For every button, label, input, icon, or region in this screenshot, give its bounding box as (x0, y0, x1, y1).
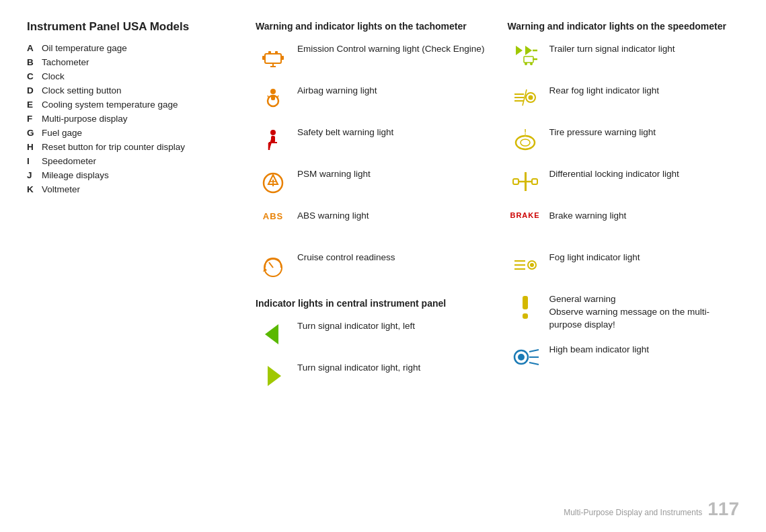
svg-marker-23 (268, 366, 281, 386)
indicator-emission: Emission Control warning light (Check En… (256, 43, 488, 73)
indicator-general-warning: General warningObserve warning message o… (508, 293, 740, 332)
indicator-fog: Fog light indicator light (508, 252, 740, 281)
item-label: Mileage displays (42, 170, 109, 180)
item-letter: A (27, 43, 42, 53)
svg-rect-50 (523, 296, 528, 309)
seatbelt-icon (256, 128, 291, 155)
high-beam-label: High beam indicator light (549, 344, 740, 356)
cruise-label: Cruise control readiness (297, 252, 488, 264)
main-layout: Instrument Panel USA Models A Oil temper… (27, 20, 739, 404)
brake-label: Brake warning light (549, 210, 740, 223)
right-column: Warning and indicator lights on the spee… (508, 20, 740, 385)
list-item: A Oil temperature gage (27, 43, 235, 53)
item-label: Clock setting button (42, 85, 122, 96)
psm-label: PSM warning light (297, 168, 488, 181)
item-letter: G (27, 128, 42, 138)
turn-right-label: Turn signal indicator light, right (297, 362, 488, 375)
indicator-rear-fog: Rear fog light indicator light (508, 85, 740, 114)
list-item: F Multi-purpose display (27, 114, 235, 124)
item-label: Voltmeter (42, 184, 80, 194)
svg-line-21 (269, 262, 273, 268)
svg-text:!: ! (272, 178, 275, 188)
svg-rect-51 (523, 313, 528, 319)
high-beam-icon (508, 345, 543, 369)
indicator-high-beam: High beam indicator light (508, 344, 740, 373)
fog-label: Fog light indicator light (549, 252, 740, 264)
diff-lock-icon (508, 169, 543, 194)
airbag-label: Airbag warning light (297, 85, 488, 98)
item-letter: C (27, 71, 42, 81)
turn-left-icon (256, 321, 291, 347)
item-letter: F (27, 114, 42, 124)
abs-icon: ABS (256, 211, 291, 221)
item-label: Multi-purpose display (42, 114, 128, 124)
list-item: B Tachometer (27, 57, 235, 67)
svg-point-53 (518, 354, 525, 360)
svg-point-30 (530, 63, 533, 65)
svg-marker-25 (525, 46, 532, 55)
svg-rect-0 (265, 54, 281, 63)
list-item: I Speedometer (27, 156, 235, 166)
item-letter: B (27, 57, 42, 67)
page-footer: Multi-Purpose Display and Instruments 11… (564, 498, 739, 520)
item-label: Clock (42, 71, 65, 81)
item-letter: I (27, 156, 42, 166)
list-item: D Clock setting button (27, 85, 235, 96)
indicator-turn-left: Turn signal indicator light, left (256, 320, 488, 350)
footer-label: Multi-Purpose Display and Instruments (564, 508, 702, 517)
diff-lock-label: Differential locking indicator light (549, 168, 740, 181)
svg-rect-41 (513, 179, 519, 184)
svg-line-54 (529, 350, 539, 352)
list-item: H Reset button for trip counter display (27, 142, 235, 152)
fog-light-icon (508, 253, 543, 277)
emission-label: Emission Control warning light (Check En… (297, 43, 488, 56)
indicator-psm: ! PSM warning light (256, 168, 488, 198)
indicator-trailer: Trailer turn signal indicator light (508, 43, 740, 73)
left-title: Instrument Panel USA Models (27, 20, 235, 34)
item-label: Fuel gage (42, 128, 82, 138)
abs-text: ABS (263, 211, 283, 221)
list-item: K Voltmeter (27, 184, 235, 194)
trailer-signal-label: Trailer turn signal indicator light (549, 43, 740, 56)
middle-title: Warning and indicator lights on the tach… (256, 20, 488, 32)
indicator-cruise: Cruise control readiness (256, 252, 488, 281)
seatbelt-label: Safety belt warning light (297, 126, 488, 139)
item-letter: E (27, 100, 42, 110)
svg-rect-28 (524, 56, 533, 63)
trailer-signal-icon (508, 44, 543, 67)
emission-icon (256, 44, 291, 71)
indicator-abs: ABS ABS warning light (256, 210, 488, 239)
brake-icon: BRAKE (508, 211, 543, 219)
item-label: Cooling system temperature gage (42, 100, 178, 110)
item-letter: J (27, 170, 42, 180)
indicator-airbag: Airbag warning light (256, 85, 488, 114)
rear-fog-label: Rear fog light indicator light (549, 85, 740, 98)
airbag-icon (256, 86, 291, 113)
svg-rect-3 (262, 56, 265, 60)
svg-marker-22 (265, 324, 278, 344)
page-number: 117 (707, 498, 739, 520)
indicator-brake: BRAKE Brake warning light (508, 210, 740, 239)
general-warning-icon (508, 295, 543, 320)
item-letter: D (27, 85, 42, 96)
list-item: G Fuel gage (27, 128, 235, 138)
indicator-tire-pressure: ! Tire pressure warning light (508, 126, 740, 156)
left-column: Instrument Panel USA Models A Oil temper… (27, 20, 235, 198)
svg-point-12 (270, 130, 276, 135)
right-title: Warning and indicator lights on the spee… (508, 20, 740, 32)
svg-line-56 (529, 363, 539, 365)
svg-point-37 (516, 136, 535, 149)
abs-label: ABS warning light (297, 210, 488, 223)
psm-icon: ! (256, 169, 291, 196)
item-letter: K (27, 184, 42, 194)
svg-point-32 (528, 96, 533, 100)
svg-rect-4 (281, 56, 284, 60)
brake-text: BRAKE (510, 211, 539, 219)
indicator-diff-lock: Differential locking indicator light (508, 168, 740, 198)
indicator-seatbelt: Safety belt warning light (256, 126, 488, 156)
general-warning-label: General warningObserve warning message o… (549, 293, 740, 332)
svg-point-29 (525, 63, 527, 65)
tire-pressure-icon: ! (508, 128, 543, 152)
svg-rect-42 (532, 179, 537, 184)
list-item: C Clock (27, 71, 235, 81)
